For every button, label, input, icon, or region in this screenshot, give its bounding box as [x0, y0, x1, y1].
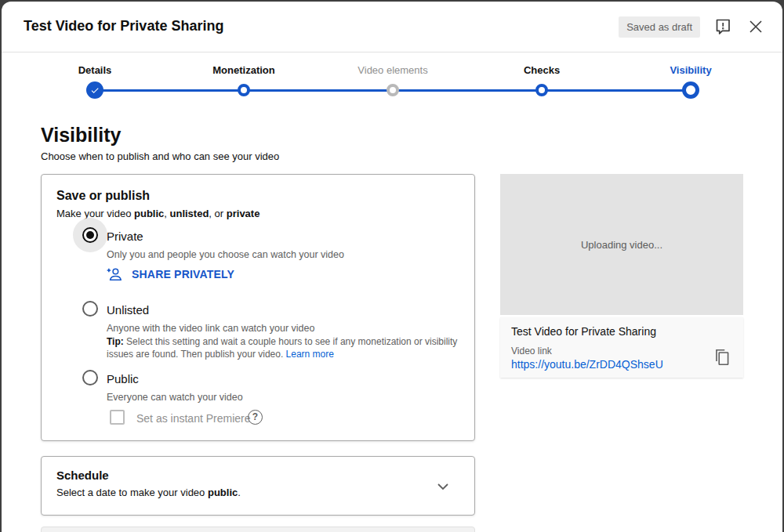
video-link-url[interactable]: https://youtu.be/ZrDD4QShseU [511, 358, 663, 371]
schedule-title: Schedule [56, 469, 109, 482]
schedule-subtitle-prefix: Select a date to make your video [56, 487, 208, 498]
schedule-subtitle-bold: public [208, 487, 238, 498]
video-link-label: Video link [511, 346, 552, 356]
step-label-video-elements: Video elements [358, 64, 427, 76]
schedule-subtitle-suffix: . [238, 487, 241, 498]
public-label[interactable]: Public [107, 372, 139, 385]
video-filename: Test Video for Private Sharing [511, 325, 656, 338]
page-subtitle: Choose when to publish and who can see y… [41, 150, 279, 162]
schedule-card[interactable] [41, 456, 475, 516]
learn-more-link[interactable]: Learn more [286, 349, 334, 360]
feedback-icon[interactable] [713, 17, 732, 36]
subtitle-bold-private: private [227, 208, 260, 219]
uploading-status: Uploading video... [581, 239, 662, 251]
step-label-checks[interactable]: Checks [524, 64, 560, 76]
tip-body: Select this setting and wait a couple ho… [107, 336, 457, 360]
radio-public[interactable] [82, 370, 98, 385]
private-description: Only you and people you choose can watch… [107, 249, 344, 260]
subtitle-sep1: , [164, 208, 169, 219]
person-add-icon [105, 266, 124, 283]
dialog-title: Test Video for Private Sharing [24, 18, 223, 34]
screen: Test Video for Private Sharing Saved as … [0, 0, 784, 532]
instant-premiere-label: Set as instant Premiere [136, 412, 251, 425]
unlisted-tip: Tip: Select this setting and wait a coup… [107, 336, 469, 360]
unlisted-description: Anyone with the video link can watch you… [107, 323, 314, 334]
check-icon [89, 85, 100, 96]
next-section-strip [41, 527, 475, 532]
share-privately-label: SHARE PRIVATELY [132, 268, 234, 280]
subtitle-sep2: , or [209, 208, 226, 219]
schedule-subtitle: Select a date to make your video public. [56, 487, 241, 498]
step-circle-video-elements-disabled [387, 84, 399, 96]
subtitle-bold-unlisted: unlisted [170, 208, 209, 219]
subtitle-prefix: Make your video [56, 208, 134, 219]
instant-premiere-checkbox [110, 410, 125, 425]
unlisted-label[interactable]: Unlisted [107, 303, 149, 317]
share-privately-button[interactable]: SHARE PRIVATELY [105, 266, 234, 283]
public-description: Everyone can watch your video [107, 392, 243, 403]
step-circle-checks[interactable] [535, 84, 548, 96]
chevron-down-icon[interactable] [434, 477, 452, 496]
header-divider [2, 52, 782, 52]
video-preview-area: Uploading video... [500, 174, 743, 315]
save-or-publish-title: Save or publish [56, 189, 150, 203]
video-info-panel: Test Video for Private Sharing Video lin… [500, 317, 743, 378]
tip-label: Tip: [107, 336, 124, 347]
close-icon[interactable] [746, 17, 765, 36]
step-label-monetization[interactable]: Monetization [212, 64, 274, 76]
radio-unlisted[interactable] [82, 301, 98, 317]
radio-private[interactable] [82, 227, 98, 243]
subtitle-bold-public: public [134, 208, 164, 219]
page-title: Visibility [41, 124, 121, 147]
step-circle-visibility-current[interactable] [682, 81, 699, 99]
help-icon[interactable]: ? [248, 410, 263, 425]
step-label-visibility[interactable]: Visibility [670, 64, 711, 76]
step-circle-monetization[interactable] [238, 84, 250, 96]
copy-icon[interactable] [712, 347, 732, 367]
private-label[interactable]: Private [107, 230, 143, 243]
upload-dialog: Test Video for Private Sharing Saved as … [2, 2, 782, 532]
step-circle-details-completed[interactable] [86, 81, 103, 99]
step-label-details[interactable]: Details [78, 64, 112, 76]
saved-as-draft-badge: Saved as draft [619, 16, 700, 38]
